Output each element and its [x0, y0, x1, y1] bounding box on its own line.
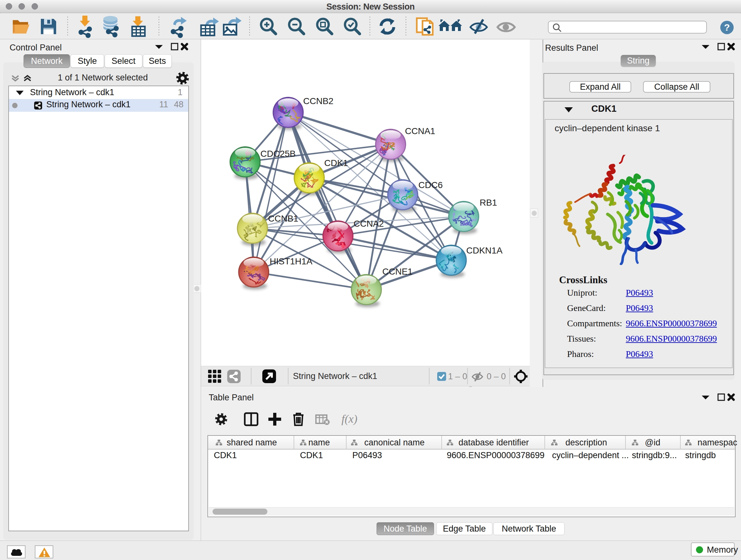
- svg-text:CCNB2: CCNB2: [303, 96, 333, 106]
- svg-text:CDC6: CDC6: [418, 180, 443, 190]
- svg-text:CCNA1: CCNA1: [405, 126, 435, 136]
- svg-text:CDKN1A: CDKN1A: [466, 246, 502, 255]
- svg-text:f(x): f(x): [341, 413, 357, 425]
- svg-text:RB1: RB1: [480, 198, 497, 207]
- svg-text:CDK1: CDK1: [324, 158, 348, 168]
- svg-text:CDC25B: CDC25B: [260, 149, 295, 159]
- svg-text:CCNE1: CCNE1: [382, 266, 413, 276]
- svg-text:CCNA2: CCNA2: [354, 219, 384, 229]
- svg-text:CCNB1: CCNB1: [268, 213, 298, 224]
- svg-text:HIST1H1A: HIST1H1A: [270, 256, 313, 266]
